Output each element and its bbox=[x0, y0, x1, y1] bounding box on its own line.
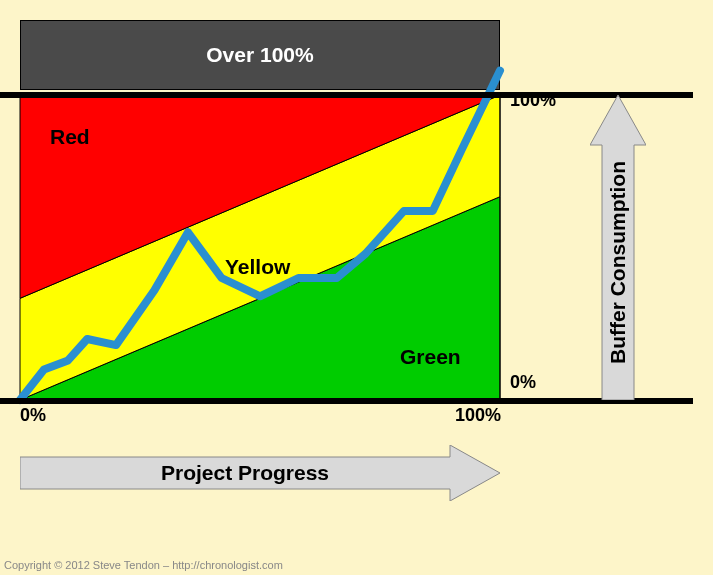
green-zone-label: Green bbox=[400, 345, 461, 369]
over-100-band: Over 100% bbox=[20, 20, 500, 90]
y-axis-label: Buffer Consumption bbox=[590, 95, 646, 400]
fever-chart: Over 100% bbox=[20, 20, 500, 400]
over-100-label: Over 100% bbox=[206, 43, 313, 67]
y-tick-0: 0% bbox=[510, 372, 536, 393]
y-tick-100: 100% bbox=[510, 90, 556, 111]
x-axis-label: Project Progress bbox=[20, 445, 500, 501]
yellow-zone-label: Yellow bbox=[225, 255, 290, 279]
copyright-text: Copyright © 2012 Steve Tendon – http://c… bbox=[4, 559, 283, 571]
x-tick-0: 0% bbox=[20, 405, 46, 426]
red-zone-label: Red bbox=[50, 125, 90, 149]
x-tick-100: 100% bbox=[455, 405, 501, 426]
x-axis-arrow: Project Progress bbox=[20, 445, 500, 501]
y-axis-arrow: Buffer Consumption bbox=[590, 95, 646, 400]
